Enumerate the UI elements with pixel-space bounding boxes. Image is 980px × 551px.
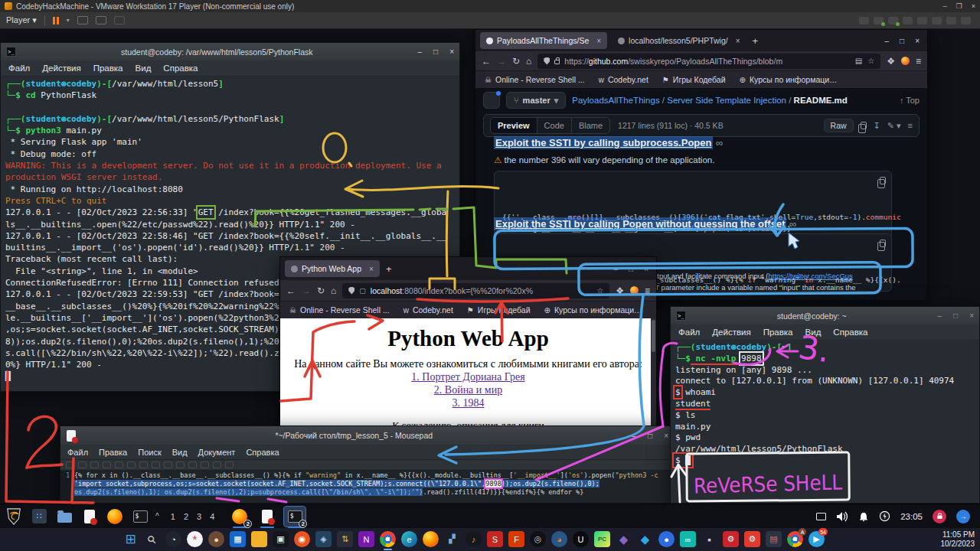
minimize-button[interactable]: – [614,265,619,273]
bookmark-star-icon[interactable]: ☆ [596,286,603,295]
vm-device-icon[interactable] [932,17,942,24]
menu-item-действия[interactable]: Действия [42,64,80,73]
vm-device-icon[interactable] [859,17,869,24]
host-taskbar-icon-5[interactable]: ● [208,531,224,547]
host-taskbar-icon-13[interactable] [380,531,396,547]
address-bar[interactable]: https://github.com/swisskyrepo/PayloadsA… [537,54,880,69]
maximize-button[interactable]: □ [953,311,958,320]
outline-icon[interactable]: ≡ [908,121,913,130]
reader-mode-icon[interactable]: ▤ [855,57,862,65]
menu-hamburger-icon[interactable]: ≡ [916,56,921,67]
minimize-button[interactable]: – [938,311,942,320]
close-button[interactable]: × [915,37,920,45]
toolbar-button[interactable] [90,461,99,468]
host-taskbar-icon-9[interactable]: ◉ [294,531,310,547]
forward-icon[interactable]: → [302,285,311,296]
vm-device-icon[interactable] [946,17,956,24]
close-button[interactable]: × [449,47,454,56]
vmware-maximize-button[interactable]: ❐ [956,2,962,10]
forward-icon[interactable]: → [497,56,506,67]
file-manager-icon[interactable] [54,507,74,527]
anchor-link-icon[interactable]: ∞ [789,218,796,230]
pause-vm-button[interactable] [53,17,59,24]
host-taskbar-icon-3[interactable]: ◔ [165,531,181,547]
book-link-war-and-peace[interactable]: 2. Война и мир [280,384,656,396]
tab-blame[interactable]: Blame [572,118,609,133]
vm-device-icon[interactable] [961,17,971,24]
maximize-button[interactable]: □ [648,432,652,440]
power-manager-icon[interactable] [879,510,890,522]
ctrl-alt-del-icon[interactable] [77,16,88,24]
host-taskbar-icon-32[interactable]: A [787,531,803,547]
fullscreen-icon[interactable] [96,16,106,24]
host-taskbar-icon-4[interactable]: * [187,531,203,547]
copy-code-icon[interactable] [880,240,886,247]
host-taskbar-icon-26[interactable]: ● [658,531,675,547]
menu-item-справка[interactable]: Справка [163,64,198,73]
host-taskbar-icon-22[interactable]: U [573,531,589,547]
menu-item-правка[interactable]: Правка [99,448,127,457]
menu-item-справка[interactable]: Справка [833,328,867,337]
host-taskbar-icon-12[interactable]: N [358,531,374,547]
menu-hamburger-icon[interactable]: ≡ [645,285,650,296]
firefox-account-icon[interactable] [901,57,910,65]
toolbar-button[interactable] [213,461,221,468]
host-taskbar-icon-6[interactable]: ▦ [230,531,246,547]
back-to-top-link[interactable]: ↑ Top [900,96,920,105]
player-menu-button[interactable]: Player ▾ [6,15,37,25]
menu-item-правка[interactable]: Правка [93,64,123,73]
host-taskbar-icon-2[interactable]: ⚲ [144,531,160,547]
scrollbar[interactable] [651,318,656,432]
vmware-close-button[interactable]: × [972,2,975,10]
bookmark-star-icon[interactable]: ☆ [867,57,874,65]
close-tab-icon[interactable]: × [736,37,740,45]
terminal-launcher-icon[interactable]: $ [130,507,150,527]
new-tab-button[interactable]: + [386,263,392,275]
bookmark-item[interactable]: ⚑Игры Кодебай [662,75,726,84]
new-tab-button[interactable]: + [753,35,759,47]
whisker-menu-icon[interactable]: ∷ [29,507,49,527]
host-clock[interactable]: 11:05 PM 10/2/2023 [941,530,975,549]
file-tree-toggle-icon[interactable] [483,92,500,109]
screen-lock-icon[interactable] [933,510,946,523]
vm-device-icon[interactable] [903,17,913,24]
host-taskbar-icon-27[interactable]: ∞ [680,531,696,547]
kali-menu-button[interactable] [4,507,24,527]
tracking-shield-icon[interactable] [348,287,354,295]
bookmark-item[interactable]: ☠Online - Reverse Shell ... [289,305,390,315]
host-taskbar-icon-33[interactable]: ▶54 [808,531,825,547]
notification-bell-icon[interactable] [858,511,869,522]
minimize-button[interactable]: – [885,37,890,45]
host-taskbar-icon-25[interactable]: ◆ [637,531,653,547]
maximize-button[interactable]: □ [900,37,904,45]
host-taskbar-icon-17[interactable]: ♪ [466,531,482,547]
guest-taskbar-app-mousepad[interactable] [256,507,278,527]
menu-item-вид[interactable]: Вид [172,448,188,457]
host-taskbar-icon-15[interactable] [423,531,439,547]
vm-device-icon[interactable] [888,17,898,24]
toolbar-button[interactable] [127,461,136,468]
vmware-minimize-button[interactable]: – [943,2,947,10]
host-taskbar-icon-29[interactable]: ⚙ [723,531,739,547]
host-taskbar-icon-8[interactable]: ▣ [273,531,289,547]
host-taskbar-icon-11[interactable]: ⇅ [337,531,353,547]
copy-code-icon[interactable] [880,177,886,184]
menu-item-вид[interactable]: Вид [136,64,152,73]
host-taskbar-icon-31[interactable]: ▤ [766,531,782,547]
home-icon[interactable]: ⌂ [331,285,336,296]
host-taskbar-icon-1[interactable]: ⊞ [122,531,139,547]
tab-localhost-phptwig[interactable]: localhost/lesson5/PHPTwig/ × [612,32,746,49]
host-taskbar-icon-18[interactable]: S [487,531,503,547]
toolbar-button[interactable] [66,461,74,468]
breadcrumb-repo-link[interactable]: PayloadsAllTheThings [572,96,659,105]
guest-taskbar-app-terminal[interactable]: $2 [284,507,305,527]
raw-button[interactable]: Raw [824,119,854,132]
bookmark-item[interactable]: ⚑Игры Кодебай [467,305,531,315]
minimize-button[interactable]: – [632,432,637,440]
tab-preview[interactable]: Preview [491,118,537,133]
guest-clock[interactable]: 23:05 [900,512,923,521]
host-taskbar-icon-23[interactable]: PC [594,531,610,547]
tab-python-web-app[interactable]: Python Web App × [285,260,380,277]
host-taskbar-icon-24[interactable]: ◆ [616,531,632,547]
book-link-dorian-gray[interactable]: 1. Портрет Дориана Грея [280,371,656,383]
